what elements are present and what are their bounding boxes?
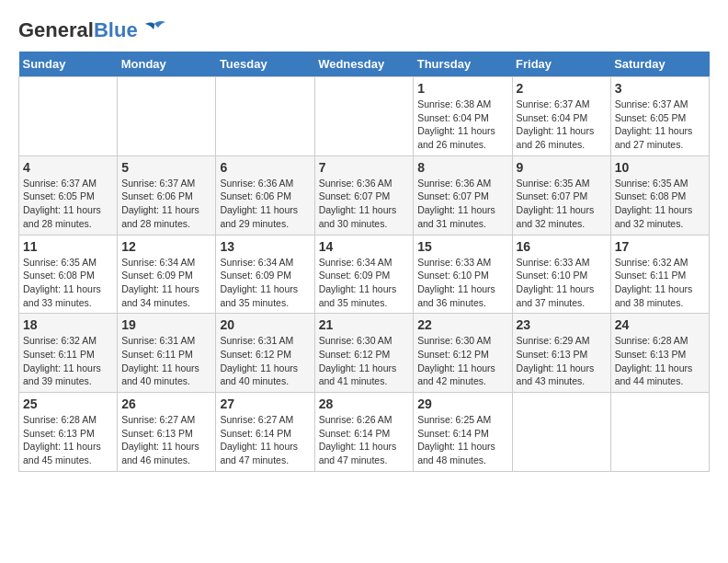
day-number: 4 <box>23 160 113 175</box>
day-info: Sunrise: 6:29 AM Sunset: 6:13 PM Dayligh… <box>517 334 607 388</box>
day-header-wednesday: Wednesday <box>314 52 414 77</box>
day-info: Sunrise: 6:36 AM Sunset: 6:06 PM Dayligh… <box>220 177 310 231</box>
day-header-tuesday: Tuesday <box>216 52 314 77</box>
day-header-thursday: Thursday <box>414 52 512 77</box>
day-number: 16 <box>517 239 607 254</box>
day-info: Sunrise: 6:30 AM Sunset: 6:12 PM Dayligh… <box>417 334 507 388</box>
day-info: Sunrise: 6:35 AM Sunset: 6:08 PM Dayligh… <box>23 256 113 310</box>
day-info: Sunrise: 6:30 AM Sunset: 6:12 PM Dayligh… <box>319 334 410 388</box>
day-header-saturday: Saturday <box>610 52 709 77</box>
calendar-cell: 24Sunrise: 6:28 AM Sunset: 6:13 PM Dayli… <box>610 314 709 393</box>
calendar-cell: 17Sunrise: 6:32 AM Sunset: 6:11 PM Dayli… <box>610 235 709 314</box>
days-header-row: SundayMondayTuesdayWednesdayThursdayFrid… <box>19 52 710 77</box>
day-number: 18 <box>23 317 113 332</box>
calendar-cell: 4Sunrise: 6:37 AM Sunset: 6:05 PM Daylig… <box>19 155 118 235</box>
day-info: Sunrise: 6:26 AM Sunset: 6:14 PM Dayligh… <box>319 413 410 467</box>
calendar-cell: 16Sunrise: 6:33 AM Sunset: 6:10 PM Dayli… <box>512 235 610 314</box>
calendar-cell <box>512 393 610 472</box>
day-info: Sunrise: 6:31 AM Sunset: 6:12 PM Dayligh… <box>220 334 310 388</box>
day-number: 5 <box>121 160 211 175</box>
day-number: 23 <box>517 317 607 332</box>
day-number: 26 <box>121 396 211 411</box>
calendar-cell: 28Sunrise: 6:26 AM Sunset: 6:14 PM Dayli… <box>314 393 414 472</box>
logo: GeneralBlue <box>18 18 167 42</box>
day-info: Sunrise: 6:27 AM Sunset: 6:13 PM Dayligh… <box>121 413 211 467</box>
week-row-1: 1Sunrise: 6:38 AM Sunset: 6:04 PM Daylig… <box>19 77 710 156</box>
calendar-cell: 10Sunrise: 6:35 AM Sunset: 6:08 PM Dayli… <box>610 155 709 235</box>
calendar-cell: 2Sunrise: 6:37 AM Sunset: 6:04 PM Daylig… <box>512 77 610 156</box>
day-number: 25 <box>23 396 113 411</box>
day-number: 15 <box>417 239 507 254</box>
day-header-monday: Monday <box>118 52 216 77</box>
calendar-cell: 15Sunrise: 6:33 AM Sunset: 6:10 PM Dayli… <box>414 235 512 314</box>
day-number: 12 <box>121 239 211 254</box>
calendar-cell: 13Sunrise: 6:34 AM Sunset: 6:09 PM Dayli… <box>216 235 314 314</box>
day-info: Sunrise: 6:28 AM Sunset: 6:13 PM Dayligh… <box>23 413 113 467</box>
day-number: 20 <box>220 317 310 332</box>
day-number: 1 <box>417 81 507 96</box>
day-info: Sunrise: 6:37 AM Sunset: 6:05 PM Dayligh… <box>23 177 113 231</box>
day-info: Sunrise: 6:36 AM Sunset: 6:07 PM Dayligh… <box>417 177 507 231</box>
day-number: 11 <box>23 239 113 254</box>
day-info: Sunrise: 6:37 AM Sunset: 6:06 PM Dayligh… <box>121 177 211 231</box>
calendar-cell: 22Sunrise: 6:30 AM Sunset: 6:12 PM Dayli… <box>414 314 512 393</box>
calendar-cell <box>314 77 414 156</box>
calendar-cell: 18Sunrise: 6:32 AM Sunset: 6:11 PM Dayli… <box>19 314 118 393</box>
day-number: 7 <box>319 160 410 175</box>
calendar-cell: 1Sunrise: 6:38 AM Sunset: 6:04 PM Daylig… <box>414 77 512 156</box>
calendar-cell <box>118 77 216 156</box>
day-info: Sunrise: 6:28 AM Sunset: 6:13 PM Dayligh… <box>615 334 705 388</box>
calendar-cell: 25Sunrise: 6:28 AM Sunset: 6:13 PM Dayli… <box>19 393 118 472</box>
day-info: Sunrise: 6:31 AM Sunset: 6:11 PM Dayligh… <box>121 334 211 388</box>
day-number: 8 <box>417 160 507 175</box>
calendar-cell: 3Sunrise: 6:37 AM Sunset: 6:05 PM Daylig… <box>610 77 709 156</box>
calendar-cell: 29Sunrise: 6:25 AM Sunset: 6:14 PM Dayli… <box>414 393 512 472</box>
week-row-5: 25Sunrise: 6:28 AM Sunset: 6:13 PM Dayli… <box>19 393 710 472</box>
logo-bird-icon <box>142 20 167 40</box>
day-number: 14 <box>319 239 410 254</box>
day-info: Sunrise: 6:36 AM Sunset: 6:07 PM Dayligh… <box>319 177 410 231</box>
calendar-cell: 12Sunrise: 6:34 AM Sunset: 6:09 PM Dayli… <box>118 235 216 314</box>
day-info: Sunrise: 6:34 AM Sunset: 6:09 PM Dayligh… <box>319 256 410 310</box>
day-info: Sunrise: 6:35 AM Sunset: 6:07 PM Dayligh… <box>517 177 607 231</box>
day-number: 3 <box>615 81 705 96</box>
page-header: GeneralBlue <box>18 18 710 42</box>
day-number: 13 <box>220 239 310 254</box>
calendar-cell <box>19 77 118 156</box>
day-info: Sunrise: 6:32 AM Sunset: 6:11 PM Dayligh… <box>615 256 705 310</box>
calendar-cell: 7Sunrise: 6:36 AM Sunset: 6:07 PM Daylig… <box>314 155 414 235</box>
calendar-cell <box>216 77 314 156</box>
day-number: 27 <box>220 396 310 411</box>
day-info: Sunrise: 6:35 AM Sunset: 6:08 PM Dayligh… <box>615 177 705 231</box>
logo-text: GeneralBlue <box>18 18 138 42</box>
day-header-friday: Friday <box>512 52 610 77</box>
calendar-cell: 23Sunrise: 6:29 AM Sunset: 6:13 PM Dayli… <box>512 314 610 393</box>
calendar-cell: 27Sunrise: 6:27 AM Sunset: 6:14 PM Dayli… <box>216 393 314 472</box>
day-number: 6 <box>220 160 310 175</box>
calendar-table: SundayMondayTuesdayWednesdayThursdayFrid… <box>18 52 710 472</box>
day-number: 19 <box>121 317 211 332</box>
day-number: 2 <box>517 81 607 96</box>
day-info: Sunrise: 6:34 AM Sunset: 6:09 PM Dayligh… <box>121 256 211 310</box>
day-number: 21 <box>319 317 410 332</box>
calendar-cell: 5Sunrise: 6:37 AM Sunset: 6:06 PM Daylig… <box>118 155 216 235</box>
day-number: 28 <box>319 396 410 411</box>
day-info: Sunrise: 6:32 AM Sunset: 6:11 PM Dayligh… <box>23 334 113 388</box>
calendar-cell: 14Sunrise: 6:34 AM Sunset: 6:09 PM Dayli… <box>314 235 414 314</box>
calendar-cell: 8Sunrise: 6:36 AM Sunset: 6:07 PM Daylig… <box>414 155 512 235</box>
day-number: 17 <box>615 239 705 254</box>
day-info: Sunrise: 6:33 AM Sunset: 6:10 PM Dayligh… <box>417 256 507 310</box>
day-info: Sunrise: 6:37 AM Sunset: 6:04 PM Dayligh… <box>517 98 607 152</box>
day-info: Sunrise: 6:25 AM Sunset: 6:14 PM Dayligh… <box>417 413 507 467</box>
calendar-cell: 26Sunrise: 6:27 AM Sunset: 6:13 PM Dayli… <box>118 393 216 472</box>
calendar-cell: 6Sunrise: 6:36 AM Sunset: 6:06 PM Daylig… <box>216 155 314 235</box>
calendar-cell: 21Sunrise: 6:30 AM Sunset: 6:12 PM Dayli… <box>314 314 414 393</box>
week-row-2: 4Sunrise: 6:37 AM Sunset: 6:05 PM Daylig… <box>19 155 710 235</box>
week-row-3: 11Sunrise: 6:35 AM Sunset: 6:08 PM Dayli… <box>19 235 710 314</box>
day-number: 24 <box>615 317 705 332</box>
calendar-cell: 11Sunrise: 6:35 AM Sunset: 6:08 PM Dayli… <box>19 235 118 314</box>
calendar-cell: 19Sunrise: 6:31 AM Sunset: 6:11 PM Dayli… <box>118 314 216 393</box>
day-info: Sunrise: 6:34 AM Sunset: 6:09 PM Dayligh… <box>220 256 310 310</box>
calendar-cell: 9Sunrise: 6:35 AM Sunset: 6:07 PM Daylig… <box>512 155 610 235</box>
week-row-4: 18Sunrise: 6:32 AM Sunset: 6:11 PM Dayli… <box>19 314 710 393</box>
